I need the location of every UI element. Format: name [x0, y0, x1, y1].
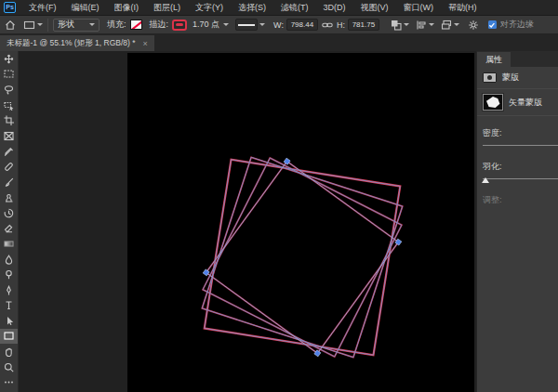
close-tab-icon[interactable]: ×	[143, 39, 148, 48]
document-tab-bar: 未标题-1 @ 55.1% (矩形 1, RGB/8) * ×	[0, 34, 558, 51]
hand-tool[interactable]	[0, 344, 18, 359]
mask-section-header: 蒙版	[477, 67, 558, 88]
gear-icon[interactable]	[468, 20, 479, 31]
height-label: H:	[337, 20, 345, 30]
brush-tool[interactable]	[0, 175, 18, 190]
blur-tool[interactable]	[0, 252, 18, 268]
tab-properties[interactable]: 属性	[477, 52, 511, 67]
refine-label: 调整:	[477, 190, 558, 208]
menu-window[interactable]: 窗口(W)	[396, 0, 442, 16]
panel-tab-bar: 属性	[477, 51, 558, 67]
tool-mode-dropdown[interactable]: 形状	[53, 19, 100, 32]
document-tab[interactable]: 未标题-1 @ 55.1% (矩形 1, RGB/8) * ×	[0, 35, 154, 51]
chevron-down-icon	[259, 23, 265, 26]
chevron-down-icon	[89, 23, 95, 26]
photoshop-logo-icon: Ps	[4, 2, 16, 13]
more-tools[interactable]	[0, 374, 18, 390]
menu-layer[interactable]: 图层(L)	[146, 0, 188, 16]
fill-label: 填充:	[107, 19, 126, 31]
marquee-tool[interactable]	[0, 67, 18, 83]
rectangle-tool[interactable]	[0, 329, 18, 345]
divider	[477, 115, 558, 116]
align-edges-checkbox[interactable]	[488, 20, 497, 29]
menu-bar: Ps 文件(F) 编辑(E) 图像(I) 图层(L) 文字(Y) 选择(S) 滤…	[0, 0, 558, 16]
lasso-tool[interactable]	[0, 82, 18, 98]
eyedropper-tool[interactable]	[0, 144, 18, 160]
move-tool[interactable]	[0, 51, 18, 67]
chevron-down-icon	[454, 23, 459, 26]
tool-preset-picker[interactable]	[23, 20, 43, 31]
photoshop-window: Ps 文件(F) 编辑(E) 图像(I) 图层(L) 文字(Y) 选择(S) 滤…	[0, 0, 558, 392]
tool-options-bar: 形状 填充: 描边: 1.70 点 W: 798.44 H: 781.75	[0, 16, 558, 34]
properties-panel: 属性 蒙版 矢量蒙版 密度: 羽化: 调整:	[476, 51, 558, 392]
frame-tool[interactable]	[0, 128, 18, 144]
menu-view[interactable]: 视图(V)	[353, 0, 396, 16]
vector-mask-thumbnail[interactable]	[483, 94, 503, 111]
dodge-tool[interactable]	[0, 267, 18, 282]
fill-color-swatch[interactable]	[130, 20, 142, 30]
type-tool[interactable]	[0, 298, 18, 314]
stroke-label: 描边:	[150, 19, 169, 31]
link-dimensions-icon[interactable]	[322, 20, 333, 31]
feather-slider-handle[interactable]	[482, 177, 489, 183]
document-tab-title: 未标题-1 @ 55.1% (矩形 1, RGB/8) *	[7, 38, 136, 49]
vector-mask-row[interactable]: 矢量蒙版	[477, 89, 558, 115]
path-operations-icon[interactable]	[391, 20, 409, 31]
menu-type[interactable]: 文字(Y)	[188, 0, 231, 16]
menu-help[interactable]: 帮助(H)	[441, 0, 485, 16]
pen-tool[interactable]	[0, 282, 18, 298]
stroke-type-dropdown[interactable]	[235, 19, 258, 31]
healing-brush-tool[interactable]	[0, 159, 18, 175]
mask-icon	[483, 72, 497, 83]
menu-file[interactable]: 文件(F)	[21, 0, 64, 16]
feather-slider[interactable]	[483, 178, 558, 179]
clone-stamp-tool[interactable]	[0, 189, 18, 205]
separator	[47, 19, 48, 32]
width-label: W:	[273, 20, 284, 30]
path-alignment-icon[interactable]	[416, 20, 434, 31]
chevron-down-icon	[404, 23, 409, 26]
menu-filter[interactable]: 滤镜(T)	[273, 0, 316, 16]
density-label: 密度:	[477, 124, 558, 141]
menu-select[interactable]: 选择(S)	[231, 0, 273, 16]
chevron-down-icon[interactable]	[223, 23, 229, 26]
home-icon[interactable]	[5, 20, 16, 31]
shape-width-input[interactable]: 798.44	[286, 19, 318, 31]
gradient-tool[interactable]	[0, 236, 18, 252]
align-edges-label: 对齐边缘	[500, 19, 534, 31]
chevron-down-icon	[37, 23, 43, 26]
history-brush-tool[interactable]	[0, 205, 18, 221]
zoom-tool[interactable]	[0, 359, 18, 375]
menu-3d[interactable]: 3D(D)	[316, 0, 353, 16]
density-slider[interactable]	[483, 145, 558, 146]
chevron-down-icon	[429, 23, 434, 26]
crop-tool[interactable]	[0, 112, 18, 128]
menu-edit[interactable]: 编辑(E)	[64, 0, 107, 16]
document-canvas[interactable]	[127, 53, 474, 392]
object-selection-tool[interactable]	[0, 98, 18, 113]
path-selection-tool[interactable]	[0, 313, 18, 329]
eraser-tool[interactable]	[0, 221, 18, 237]
menu-image[interactable]: 图像(I)	[107, 0, 147, 16]
shape-height-input[interactable]: 781.75	[348, 19, 379, 31]
path-arrangement-icon[interactable]	[441, 20, 459, 31]
vector-mask-label: 矢量蒙版	[509, 97, 542, 109]
stroke-width-value[interactable]: 1.70 点	[193, 19, 219, 31]
feather-label: 羽化:	[477, 157, 558, 175]
tool-mode-value: 形状	[58, 19, 74, 31]
shape-canvas-svg	[127, 53, 474, 392]
stroke-color-swatch[interactable]	[172, 20, 187, 31]
mask-section-label: 蒙版	[502, 72, 519, 84]
tools-panel	[0, 51, 19, 392]
